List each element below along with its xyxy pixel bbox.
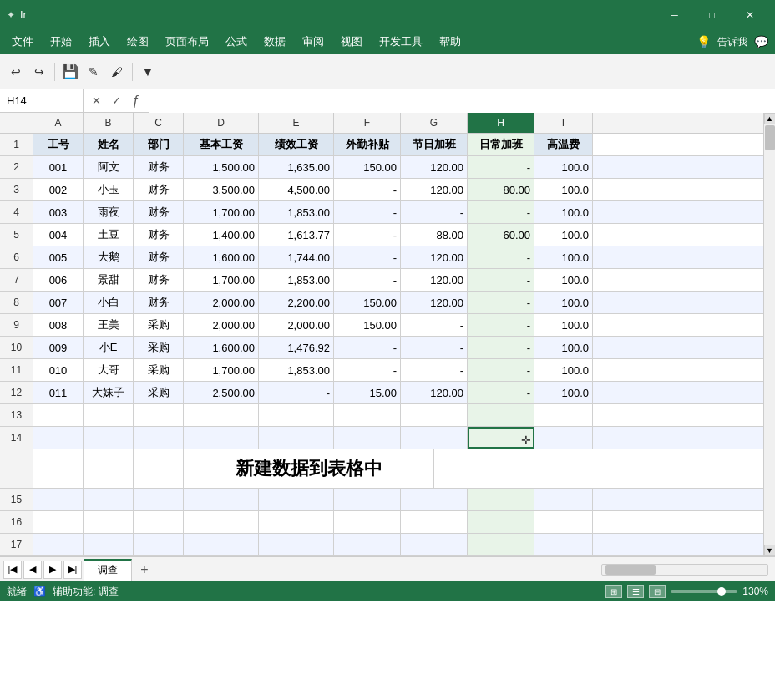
minimize-button[interactable]: ─	[656, 4, 693, 25]
format-painter-button[interactable]: 🖌	[106, 61, 128, 83]
cell-b3[interactable]: 小玉	[84, 179, 134, 200]
confirm-formula-button[interactable]: ✓	[107, 92, 125, 110]
menu-insert[interactable]: 插入	[80, 31, 119, 53]
cell-g12[interactable]: 120.00	[401, 382, 468, 403]
menu-data[interactable]: 数据	[256, 31, 294, 53]
cell-i12[interactable]: 100.0	[534, 382, 593, 403]
cell-a3[interactable]: 002	[33, 179, 84, 200]
cell-h12[interactable]: -	[468, 382, 534, 403]
cell-d8[interactable]: 2,000.00	[184, 292, 259, 313]
cell-e1[interactable]: 绩效工资	[259, 134, 334, 155]
col-header-h[interactable]: H	[468, 113, 534, 133]
cell-i13[interactable]	[534, 404, 593, 426]
col-header-f[interactable]: F	[334, 113, 401, 133]
formula-input[interactable]	[149, 89, 775, 113]
cell-i16[interactable]	[534, 511, 593, 533]
cell-b9[interactable]: 王美	[84, 314, 134, 336]
cell-a1[interactable]: 工号	[33, 134, 84, 155]
scroll-thumb[interactable]	[765, 125, 775, 150]
cell-b4[interactable]: 雨夜	[84, 201, 134, 223]
cell-f8[interactable]: 150.00	[334, 292, 401, 313]
cell-g11[interactable]: -	[401, 359, 468, 381]
cell-a2[interactable]: 001	[33, 156, 84, 178]
cell-d1[interactable]: 基本工资	[184, 134, 259, 155]
cell-f15[interactable]	[334, 489, 401, 510]
sheet-nav-next[interactable]: ▶	[43, 561, 62, 579]
add-sheet-button[interactable]: +	[134, 559, 155, 581]
cell-b2[interactable]: 阿文	[84, 156, 134, 178]
vertical-scrollbar[interactable]: ▲ ▼	[763, 113, 775, 556]
menu-file[interactable]: 文件	[3, 31, 42, 53]
cell-c4[interactable]: 财务	[134, 201, 184, 223]
cell-c8[interactable]: 财务	[134, 292, 184, 313]
cell-a5[interactable]: 004	[33, 224, 84, 246]
cancel-formula-button[interactable]: ✕	[87, 92, 105, 110]
cell-a16[interactable]	[33, 511, 84, 533]
cell-e15[interactable]	[259, 489, 334, 510]
h-scroll-thumb[interactable]	[605, 565, 656, 575]
page-break-button[interactable]: ⊟	[649, 585, 666, 598]
cell-a15[interactable]	[33, 489, 84, 510]
cell-b8[interactable]: 小白	[84, 292, 134, 313]
sheet-nav-last[interactable]: ▶|	[63, 561, 82, 579]
cell-c7[interactable]: 财务	[134, 269, 184, 291]
cell-c9[interactable]: 采购	[134, 314, 184, 336]
cell-b16[interactable]	[84, 511, 134, 533]
cell-c5[interactable]: 财务	[134, 224, 184, 246]
scroll-down-button[interactable]: ▼	[764, 545, 776, 556]
cell-b15[interactable]	[84, 489, 134, 510]
page-layout-button[interactable]: ☰	[627, 585, 644, 598]
cell-d11[interactable]: 1,700.00	[184, 359, 259, 381]
cell-g3[interactable]: 120.00	[401, 179, 468, 200]
col-header-e[interactable]: E	[259, 113, 334, 133]
zoom-thumb[interactable]	[717, 587, 726, 596]
cell-b14b[interactable]	[84, 449, 134, 488]
col-header-g[interactable]: G	[401, 113, 468, 133]
cell-f5[interactable]: -	[334, 224, 401, 246]
cell-e13[interactable]	[259, 404, 334, 426]
cell-c16[interactable]	[134, 511, 184, 533]
cell-d14[interactable]	[184, 427, 259, 449]
cell-d16[interactable]	[184, 511, 259, 533]
cell-d6[interactable]: 1,600.00	[184, 246, 259, 268]
cell-b5[interactable]: 土豆	[84, 224, 134, 246]
cell-h8[interactable]: -	[468, 292, 534, 313]
cell-h14[interactable]: ✛	[468, 427, 534, 449]
scroll-track[interactable]	[764, 124, 776, 545]
cell-i14[interactable]	[534, 427, 593, 449]
cell-h4[interactable]: -	[468, 201, 534, 223]
cell-g15[interactable]	[401, 489, 468, 510]
cell-a12[interactable]: 011	[33, 382, 84, 403]
cell-h10[interactable]: -	[468, 337, 534, 358]
horizontal-scrollbar[interactable]	[601, 564, 768, 576]
cell-g8[interactable]: 120.00	[401, 292, 468, 313]
close-button[interactable]: ✕	[731, 4, 768, 25]
cell-g14[interactable]	[401, 427, 468, 449]
more-button[interactable]: ▼	[137, 61, 159, 83]
cell-h3[interactable]: 80.00	[468, 179, 534, 200]
cell-d4[interactable]: 1,700.00	[184, 201, 259, 223]
insert-function-button[interactable]: ƒ	[127, 92, 145, 110]
cell-f16[interactable]	[334, 511, 401, 533]
cell-c13[interactable]	[134, 404, 184, 426]
cell-g5[interactable]: 88.00	[401, 224, 468, 246]
menu-help[interactable]: 帮助	[431, 31, 469, 53]
cell-i4[interactable]: 100.0	[534, 201, 593, 223]
cell-c12[interactable]: 采购	[134, 382, 184, 403]
cell-c1[interactable]: 部门	[134, 134, 184, 155]
menu-view[interactable]: 视图	[332, 31, 371, 53]
cell-c10[interactable]: 采购	[134, 337, 184, 358]
cell-d9[interactable]: 2,000.00	[184, 314, 259, 336]
cell-b6[interactable]: 大鹅	[84, 246, 134, 268]
cell-c14[interactable]	[134, 427, 184, 449]
cell-g7[interactable]: 120.00	[401, 269, 468, 291]
cell-d3[interactable]: 3,500.00	[184, 179, 259, 200]
cell-g10[interactable]: -	[401, 337, 468, 358]
cell-h15[interactable]	[468, 489, 534, 510]
cell-g4[interactable]: -	[401, 201, 468, 223]
cell-h13[interactable]	[468, 404, 534, 426]
cell-a11[interactable]: 010	[33, 359, 84, 381]
quick-access-button[interactable]: ✎	[83, 61, 104, 83]
cell-e2[interactable]: 1,635.00	[259, 156, 334, 178]
cell-e14[interactable]	[259, 427, 334, 449]
